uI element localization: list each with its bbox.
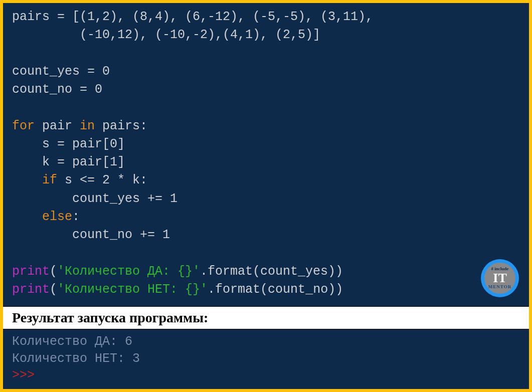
logo-inner: # include IT MENTOR	[484, 263, 515, 294]
code-line: s = pair[0]	[12, 135, 520, 153]
code-line-blank	[12, 244, 520, 262]
statement: count_yes += 1	[12, 191, 178, 206]
identifier: pairs:	[95, 119, 147, 133]
indent: (	[12, 28, 87, 42]
method-call: .format(count_yes))	[200, 264, 343, 279]
assignment: count_yes = 0	[12, 64, 110, 79]
keyword-in: in	[80, 119, 95, 133]
output-line: Количество НЕТ: 3	[12, 350, 520, 367]
code-line-blank	[12, 99, 520, 117]
builtin-print: print	[12, 264, 50, 279]
method-call: .format(count_no))	[208, 282, 343, 297]
operator: = [(	[50, 10, 87, 24]
code-line: (-10,12), (-10,-2),(4,1), (2,5)]	[12, 26, 520, 44]
values: -10,12), (-10,-2),(4,1), (2,5)]	[87, 28, 320, 42]
code-line: print('Количество НЕТ: {}'.format(count_…	[12, 281, 520, 299]
colon: :	[72, 210, 80, 224]
logo-it-text: IT	[493, 272, 506, 284]
condition: s <= 2 * k:	[57, 173, 147, 187]
values: 1,2), (8,4), (6,-12), (-5,-5), (3,11),	[87, 10, 373, 24]
code-line: if s <= 2 * k:	[12, 171, 520, 189]
output-line: Количество ДА: 6	[12, 333, 520, 350]
code-line: count_yes += 1	[12, 190, 520, 208]
paren: (	[50, 282, 57, 297]
output-console: Количество ДА: 6 Количество НЕТ: 3 >>>	[3, 329, 529, 389]
code-line: for pair in pairs:	[12, 117, 520, 135]
keyword-if: if	[12, 173, 57, 187]
identifier: pairs	[12, 10, 50, 24]
keyword-else: else	[12, 210, 72, 224]
paren: (	[50, 264, 57, 279]
code-line: else:	[12, 208, 520, 226]
code-line: count_no += 1	[12, 226, 520, 244]
main-container: pairs = [(1,2), (8,4), (6,-12), (-5,-5),…	[3, 3, 529, 389]
code-line: count_yes = 0	[12, 63, 520, 81]
keyword-for: for	[12, 119, 35, 133]
builtin-print: print	[12, 282, 50, 297]
assignment: k = pair[1]	[12, 155, 125, 169]
logo-badge: # include IT MENTOR	[481, 259, 519, 297]
assignment: s = pair[0]	[12, 137, 125, 151]
code-line: k = pair[1]	[12, 153, 520, 171]
identifier: pair	[35, 119, 80, 133]
code-line: pairs = [(1,2), (8,4), (6,-12), (-5,-5),…	[12, 8, 520, 26]
repl-prompt: >>>	[12, 367, 520, 384]
output-header: Результат запуска программы:	[3, 306, 529, 329]
code-editor: pairs = [(1,2), (8,4), (6,-12), (-5,-5),…	[3, 3, 529, 306]
code-line-blank	[12, 45, 520, 63]
code-line: print('Количество ДА: {}'.format(count_y…	[12, 263, 520, 281]
assignment: count_no = 0	[12, 82, 102, 97]
code-line: count_no = 0	[12, 81, 520, 99]
statement: count_no += 1	[12, 228, 170, 242]
string-literal: 'Количество НЕТ: {}'	[57, 282, 208, 297]
logo-mentor-text: MENTOR	[488, 284, 511, 290]
string-literal: 'Количество ДА: {}'	[57, 264, 200, 279]
